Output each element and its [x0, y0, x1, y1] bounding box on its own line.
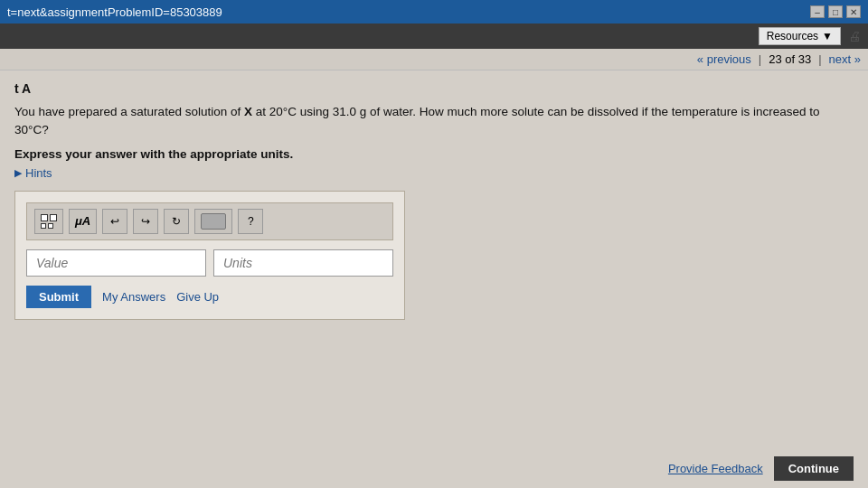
keyboard-button[interactable] — [194, 209, 232, 234]
redo-icon: ↪ — [141, 215, 150, 228]
window-controls: – □ ✕ — [810, 5, 861, 18]
hints-arrow-icon: ▶ — [14, 167, 22, 179]
hints-label: Hints — [25, 166, 52, 180]
my-answers-link[interactable]: My Answers — [102, 290, 165, 304]
help-button[interactable]: ? — [238, 209, 263, 234]
resources-arrow: ▼ — [822, 30, 833, 42]
main-content: t A You have prepared a saturated soluti… — [0, 70, 868, 449]
undo-button[interactable]: ↩ — [102, 209, 127, 234]
previous-link[interactable]: « previous — [697, 52, 751, 66]
value-input[interactable] — [26, 249, 206, 277]
restore-button[interactable]: □ — [828, 5, 843, 18]
nav-links: « previous | 23 of 33 | next » — [697, 52, 861, 66]
chemical-x: X — [244, 105, 252, 118]
nav-separator: | — [759, 52, 761, 66]
app-toolbar: Resources ▼ 🖨 — [0, 23, 868, 49]
express-text: Express your answer with the appropriate… — [14, 147, 854, 161]
main-window: t=next&assignmentProblemID=85303889 – □ … — [0, 0, 868, 488]
print-icon[interactable]: 🖨 — [848, 29, 861, 43]
next-link[interactable]: next » — [829, 52, 861, 66]
refresh-icon: ↻ — [172, 215, 181, 228]
title-bar: t=next&assignmentProblemID=85303889 – □ … — [0, 0, 868, 23]
feedback-link[interactable]: Provide Feedback — [668, 462, 763, 475]
minimize-button[interactable]: – — [810, 5, 825, 18]
give-up-link[interactable]: Give Up — [176, 290, 219, 304]
nav-separator2: | — [818, 52, 821, 66]
grid-cell — [48, 223, 53, 229]
close-button[interactable]: ✕ — [846, 5, 861, 18]
grid-cell — [50, 214, 57, 221]
page-info: 23 of 33 — [769, 52, 811, 66]
grid-cell — [41, 214, 48, 221]
grid-icon-button[interactable] — [34, 209, 63, 234]
hints-link[interactable]: ▶ Hints — [14, 166, 854, 180]
nav-bar: « previous | 23 of 33 | next » — [0, 49, 868, 70]
undo-icon: ↩ — [110, 215, 119, 228]
part-label: t A — [14, 81, 854, 96]
resources-label: Resources — [767, 30, 818, 42]
help-icon: ? — [248, 215, 254, 228]
keyboard-icon — [201, 213, 226, 230]
refresh-button[interactable]: ↻ — [164, 209, 189, 234]
redo-button[interactable]: ↪ — [133, 209, 158, 234]
footer: Provide Feedback Continue — [0, 449, 868, 488]
answer-toolbar: μA ↩ ↪ ↻ — [26, 202, 393, 240]
units-input[interactable] — [213, 249, 393, 277]
answer-box: μA ↩ ↪ ↻ — [14, 191, 405, 320]
submit-row: Submit My Answers Give Up — [26, 286, 393, 308]
input-row — [26, 249, 393, 277]
continue-button[interactable]: Continue — [774, 456, 854, 481]
mu-a-label: μA — [75, 214, 90, 228]
resources-button[interactable]: Resources ▼ — [759, 27, 841, 45]
mu-a-button[interactable]: μA — [69, 209, 97, 234]
grid-icon — [41, 214, 57, 229]
grid-cell — [41, 223, 46, 229]
submit-button[interactable]: Submit — [26, 286, 91, 308]
url-text: t=next&assignmentProblemID=85303889 — [7, 5, 222, 19]
question-text: You have prepared a saturated solution o… — [14, 103, 854, 140]
